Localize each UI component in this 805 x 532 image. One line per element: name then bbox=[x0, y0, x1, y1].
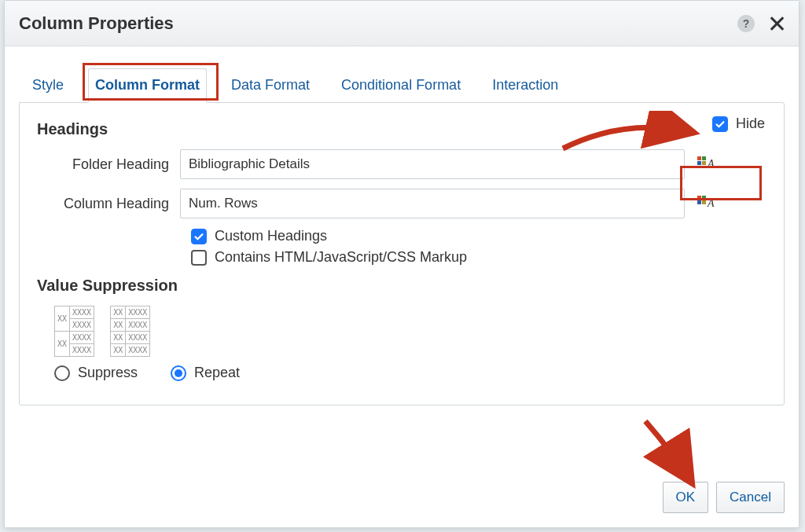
contains-markup-checkbox[interactable] bbox=[191, 250, 207, 266]
custom-headings-checkbox[interactable] bbox=[191, 229, 207, 244]
svg-rect-5 bbox=[697, 196, 701, 200]
contains-markup-row: Contains HTML/JavaScript/CSS Markup bbox=[191, 249, 766, 266]
column-heading-row: Column Heading A bbox=[37, 189, 766, 218]
svg-rect-6 bbox=[702, 196, 706, 200]
radio-icon bbox=[54, 365, 70, 381]
value-suppression-title: Value Suppression bbox=[37, 277, 766, 295]
suppress-icon[interactable]: XXXXXX XXXX XXXXXX XXXX bbox=[54, 306, 94, 357]
column-format-panel: Hide Headings Folder Heading A Col bbox=[19, 102, 785, 405]
headings-section-title: Headings bbox=[37, 120, 766, 138]
column-properties-dialog: Column Properties ? Style Column Format … bbox=[4, 0, 799, 528]
dialog-title: Column Properties bbox=[19, 13, 174, 34]
repeat-option[interactable]: Repeat bbox=[171, 365, 265, 381]
hide-label: Hide bbox=[736, 116, 765, 132]
tab-data-format[interactable]: Data Format bbox=[224, 68, 317, 103]
cancel-button[interactable]: Cancel bbox=[716, 482, 785, 513]
suppress-label: Suppress bbox=[78, 365, 149, 381]
dialog-titlebar: Column Properties ? bbox=[5, 1, 799, 46]
help-icon[interactable]: ? bbox=[737, 15, 755, 32]
svg-rect-1 bbox=[702, 156, 706, 160]
titlebar-actions: ? bbox=[737, 15, 785, 32]
folder-heading-input[interactable] bbox=[180, 149, 685, 179]
tab-strip: Style Column Format Data Format Conditio… bbox=[19, 61, 785, 103]
svg-rect-8 bbox=[702, 200, 706, 204]
svg-rect-2 bbox=[697, 161, 701, 165]
svg-text:A: A bbox=[707, 158, 715, 170]
contains-markup-label: Contains HTML/JavaScript/CSS Markup bbox=[215, 249, 467, 266]
column-heading-label: Column Heading bbox=[37, 196, 180, 212]
hide-group: Hide bbox=[712, 116, 765, 132]
check-icon bbox=[715, 119, 726, 130]
custom-headings-row: Custom Headings bbox=[191, 228, 766, 244]
svg-rect-3 bbox=[702, 161, 706, 165]
tab-conditional-format[interactable]: Conditional Format bbox=[334, 68, 468, 103]
custom-headings-label: Custom Headings bbox=[215, 228, 327, 244]
value-suppression-icons: XXXXXX XXXX XXXXXX XXXX XXXXXX XXXXXX XX… bbox=[54, 306, 766, 357]
repeat-icon[interactable]: XXXXXX XXXXXX XXXXXX XXXXXX bbox=[110, 306, 150, 357]
radio-icon bbox=[171, 365, 186, 381]
svg-text:A: A bbox=[707, 197, 715, 209]
folder-heading-row: Folder Heading A bbox=[37, 149, 766, 179]
format-icon[interactable]: A bbox=[697, 193, 715, 214]
check-icon bbox=[193, 231, 204, 242]
close-icon[interactable] bbox=[769, 16, 785, 31]
repeat-label: Repeat bbox=[194, 365, 265, 381]
ok-button[interactable]: OK bbox=[663, 482, 709, 513]
value-suppression-radios: Suppress Repeat bbox=[54, 365, 766, 381]
tab-interaction[interactable]: Interaction bbox=[485, 68, 565, 103]
hide-checkbox[interactable] bbox=[712, 116, 728, 132]
format-icon[interactable]: A bbox=[697, 154, 715, 174]
suppress-option[interactable]: Suppress bbox=[54, 365, 149, 381]
tab-column-format[interactable]: Column Format bbox=[88, 68, 207, 103]
dialog-footer: OK Cancel bbox=[663, 482, 785, 513]
svg-rect-7 bbox=[697, 200, 701, 204]
folder-heading-label: Folder Heading bbox=[37, 156, 180, 173]
column-heading-input[interactable] bbox=[180, 189, 685, 218]
tab-style[interactable]: Style bbox=[25, 68, 71, 103]
svg-rect-0 bbox=[697, 156, 701, 160]
dialog-body: Style Column Format Data Format Conditio… bbox=[5, 46, 799, 405]
